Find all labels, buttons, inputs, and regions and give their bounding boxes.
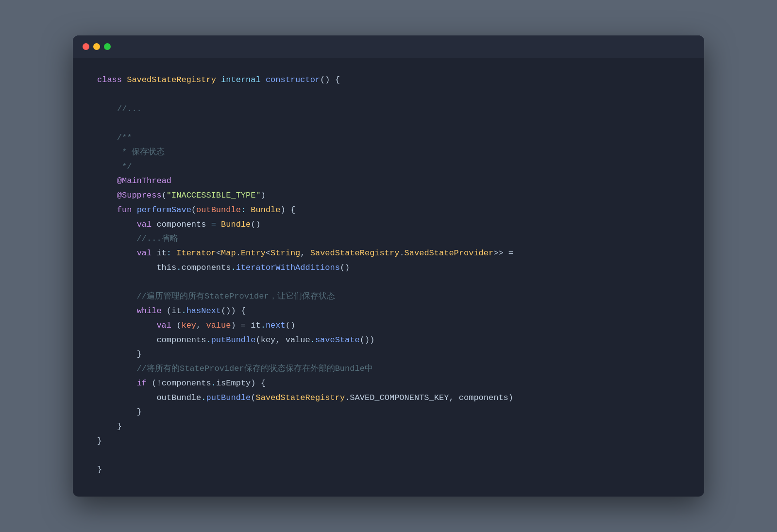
- maximize-button[interactable]: [104, 43, 111, 50]
- code-line-comment3: //遍历管理的所有StateProvider，让它们保存状态: [97, 289, 680, 304]
- code-line-brace4: }: [97, 434, 680, 449]
- code-line-ann2: @Suppress("INACCESSIBLE_TYPE"): [97, 188, 680, 203]
- code-line-1: class SavedStateRegistry internal constr…: [97, 73, 680, 87]
- code-line-javadoc3: */: [97, 160, 680, 174]
- code-line-val1: val components = Bundle(): [97, 217, 680, 232]
- code-line-this: this.components.iteratorWithAdditions(): [97, 261, 680, 275]
- code-line-while: while (it.hasNext()) {: [97, 304, 680, 318]
- code-line-javadoc2: * 保存状态: [97, 145, 680, 160]
- code-line-val2: val it: Iterator<Map.Entry<String, Saved…: [97, 246, 680, 261]
- code-line-blank4: [97, 449, 680, 463]
- titlebar: [73, 35, 704, 58]
- code-line-brace5: }: [97, 463, 680, 477]
- code-line-putbundle1: components.putBundle(key, value.saveStat…: [97, 333, 680, 348]
- code-line-val3: val (key, value) = it.next(): [97, 318, 680, 333]
- code-line-putbundle2: outBundle.putBundle(SavedStateRegistry.S…: [97, 391, 680, 405]
- minimize-button[interactable]: [93, 43, 100, 50]
- code-line-brace1: }: [97, 347, 680, 362]
- code-line-blank1: [97, 87, 680, 102]
- code-line-blank2: [97, 116, 680, 131]
- code-line-comment1: //...: [97, 102, 680, 116]
- code-line-brace2: }: [97, 405, 680, 419]
- code-line-javadoc1: /**: [97, 131, 680, 145]
- code-window: class SavedStateRegistry internal constr…: [73, 35, 704, 497]
- code-editor: class SavedStateRegistry internal constr…: [73, 58, 704, 497]
- code-line-comment4: //将所有的StateProvider保存的状态保存在外部的Bundle中: [97, 362, 680, 376]
- code-line-brace3: }: [97, 419, 680, 434]
- code-line-comment2: //...省略: [97, 232, 680, 246]
- close-button[interactable]: [83, 43, 89, 50]
- code-line-fun: fun performSave(outBundle: Bundle) {: [97, 203, 680, 217]
- code-line-if: if (!components.isEmpty) {: [97, 376, 680, 391]
- code-line-ann1: @MainThread: [97, 174, 680, 188]
- code-line-blank3: [97, 275, 680, 290]
